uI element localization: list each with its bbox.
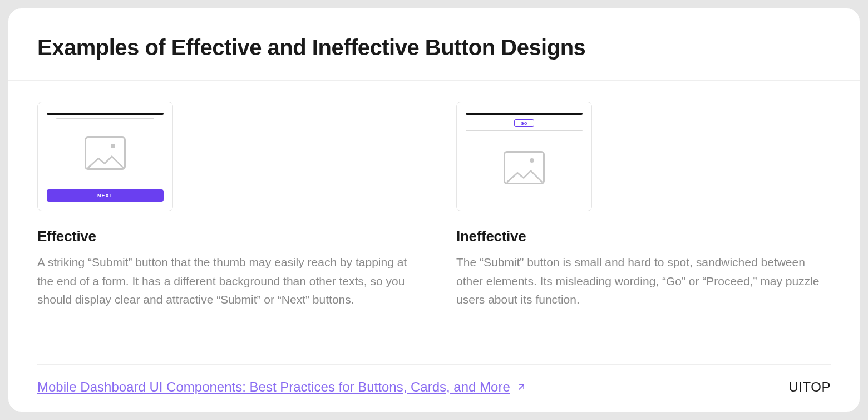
page-title: Examples of Effective and Ineffective Bu… [37, 35, 831, 60]
columns-wrapper: NEXT Effective A striking “Submit” butto… [8, 81, 860, 364]
mockup-title-bar [47, 113, 164, 115]
mockup-go-button: GO [514, 119, 534, 127]
footer-brand: UITOP [789, 379, 831, 395]
column-heading-ineffective: Ineffective [456, 228, 831, 245]
mockup-title-bar [466, 113, 583, 115]
image-placeholder-icon [85, 136, 126, 170]
mockup-text-line [466, 130, 583, 131]
content-card: Examples of Effective and Ineffective Bu… [8, 8, 860, 412]
mockup-image-area [47, 121, 164, 185]
page-background: Examples of Effective and Ineffective Bu… [0, 0, 868, 420]
footer-link[interactable]: Mobile Dashboard UI Components: Best Pra… [37, 379, 527, 395]
card-header: Examples of Effective and Ineffective Bu… [8, 8, 860, 81]
mockup-image-area [466, 134, 583, 202]
external-link-icon [516, 382, 527, 393]
column-effective: NEXT Effective A striking “Submit” butto… [37, 102, 412, 348]
column-body-ineffective: The “Submit” button is small and hard to… [456, 253, 831, 309]
column-body-effective: A striking “Submit” button that the thum… [37, 253, 412, 309]
column-ineffective: GO Ineffective The “Submit” button is sm… [456, 102, 831, 348]
mockup-next-button: NEXT [47, 189, 164, 202]
mockup-effective: NEXT [37, 102, 173, 211]
mockup-ineffective: GO [456, 102, 592, 211]
image-placeholder-icon [504, 151, 545, 184]
card-footer: Mobile Dashboard UI Components: Best Pra… [37, 364, 831, 412]
svg-line-0 [519, 385, 524, 389]
mockup-text-line [56, 118, 154, 119]
column-heading-effective: Effective [37, 228, 412, 245]
footer-link-text: Mobile Dashboard UI Components: Best Pra… [37, 379, 510, 395]
